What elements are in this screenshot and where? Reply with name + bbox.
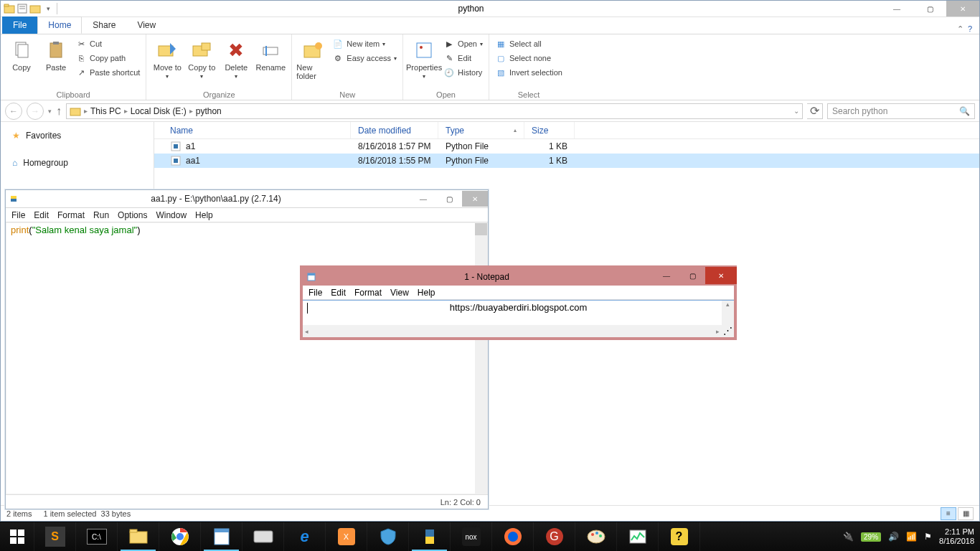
breadcrumb[interactable]: ▸ This PC ▸ Local Disk (E:) ▸ python ⌄ (66, 103, 803, 119)
tab-share[interactable]: Share (82, 17, 126, 34)
menu-options[interactable]: Options (118, 210, 147, 220)
menu-run[interactable]: Run (93, 210, 109, 220)
easy-access-button[interactable]: ⚙Easy access▾ (331, 52, 398, 65)
chevron-down-icon[interactable]: ⌄ (793, 107, 799, 115)
taskbar-app-xampp[interactable]: X (326, 522, 367, 551)
column-type[interactable]: Type▴ (438, 122, 524, 138)
start-button[interactable] (0, 522, 34, 551)
column-size[interactable]: Size (524, 122, 575, 138)
copy-to-button[interactable]: Copy to▾ (185, 36, 218, 80)
minimize-button[interactable]: — (654, 267, 679, 284)
menu-format[interactable]: Format (354, 288, 382, 298)
taskbar-app-sublime[interactable]: S (34, 522, 76, 551)
folder-icon[interactable] (29, 3, 41, 14)
refresh-button[interactable]: ⟳ (807, 103, 823, 119)
chevron-right-icon[interactable]: ▸ (84, 107, 88, 115)
network-icon[interactable]: 📶 (906, 532, 917, 542)
code-editor[interactable]: print("Salam kenal saya jamal") (6, 222, 488, 494)
clock[interactable]: 2:11 PM 8/16/2018 (939, 527, 974, 546)
column-date[interactable]: Date modified (351, 122, 438, 138)
select-all-button[interactable]: ▦Select all (494, 37, 564, 50)
breadcrumb-segment[interactable]: Local Disk (E:) (131, 106, 187, 116)
volume-icon[interactable]: 🔊 (888, 532, 899, 542)
back-button[interactable]: ← (5, 103, 22, 120)
maximize-button[interactable]: ▢ (436, 191, 462, 207)
select-none-button[interactable]: ▢Select none (494, 52, 564, 65)
history-button[interactable]: 🕘History (442, 66, 484, 79)
scrollbar-vertical[interactable] (475, 223, 487, 494)
tab-home[interactable]: Home (37, 17, 82, 34)
close-button[interactable]: ✕ (946, 1, 979, 17)
maximize-button[interactable]: ▢ (679, 267, 705, 284)
column-name[interactable]: Name (163, 122, 351, 138)
close-button[interactable]: ✕ (462, 191, 488, 207)
cut-button[interactable]: ✂Cut (74, 37, 141, 50)
breadcrumb-segment[interactable]: python (196, 106, 222, 116)
sidebar-item-favorites[interactable]: ★Favorites (1, 128, 154, 143)
taskbar-app-paint[interactable] (575, 522, 617, 551)
explorer-titlebar[interactable]: ▾ python — ▢ ✕ (1, 1, 979, 17)
file-row[interactable]: aa1 8/16/2018 1:55 PM Python File 1 KB (154, 154, 979, 168)
forward-button[interactable]: → (27, 103, 44, 120)
maximize-button[interactable]: ▢ (913, 1, 946, 17)
new-item-button[interactable]: 📄New item▾ (331, 37, 398, 50)
notepad-titlebar[interactable]: 1 - Notepad — ▢ ✕ (303, 268, 734, 286)
menu-view[interactable]: View (390, 288, 409, 298)
taskbar-app-ie[interactable]: e (284, 522, 326, 551)
menu-file[interactable]: File (308, 288, 322, 298)
taskbar-app-garena[interactable]: G (534, 522, 575, 551)
taskbar-app-keyboard[interactable] (242, 522, 284, 551)
menu-help[interactable]: Help (418, 288, 435, 298)
close-button[interactable]: ✕ (705, 267, 737, 284)
menu-edit[interactable]: Edit (34, 210, 49, 220)
details-view-button[interactable]: ≡ (941, 507, 956, 520)
minimize-button[interactable]: — (410, 191, 436, 207)
menu-format[interactable]: Format (57, 210, 85, 220)
delete-button[interactable]: ✖Delete▾ (220, 36, 253, 80)
rename-button[interactable]: Rename (254, 36, 287, 72)
taskbar-app-python[interactable] (409, 522, 451, 551)
properties-icon[interactable] (17, 3, 28, 14)
tab-view[interactable]: View (126, 17, 166, 34)
move-to-button[interactable]: Move to▾ (151, 36, 184, 80)
search-input[interactable]: Search python 🔍 (827, 103, 975, 119)
taskbar-app-nox[interactable]: nox (451, 522, 492, 551)
help-icon[interactable]: ? (968, 24, 972, 34)
menu-window[interactable]: Window (156, 210, 187, 220)
power-icon[interactable]: 🔌 (843, 532, 854, 542)
properties-button[interactable]: Properties▾ (407, 36, 440, 80)
taskbar-app-firefox[interactable] (492, 522, 534, 551)
paste-shortcut-button[interactable]: ↗Paste shortcut (74, 66, 141, 79)
taskbar-app-cmd[interactable]: C:\ (76, 522, 118, 551)
up-button[interactable]: ↑ (56, 105, 62, 118)
scrollbar-thumb[interactable] (475, 223, 487, 235)
menu-edit[interactable]: Edit (331, 288, 346, 298)
dropdown-icon[interactable]: ▾ (42, 3, 54, 14)
taskbar-app-taskmanager[interactable] (617, 522, 659, 551)
idle-titlebar[interactable]: aa1.py - E:\python\aa1.py (2.7.14) — ▢ ✕ (6, 190, 488, 208)
breadcrumb-segment[interactable]: This PC (90, 106, 121, 116)
chevron-right-icon[interactable]: ▸ (189, 107, 193, 115)
copy-path-button[interactable]: ⎘Copy path (74, 52, 141, 65)
sidebar-item-homegroup[interactable]: ⌂Homegroup (1, 155, 154, 171)
invert-selection-button[interactable]: ▧Invert selection (494, 66, 564, 79)
resize-grip[interactable]: ⋰ (722, 325, 734, 337)
menu-file[interactable]: File (11, 210, 25, 220)
ribbon-collapse-icon[interactable]: ⌃ (957, 24, 963, 34)
tab-file[interactable]: File (2, 17, 37, 34)
icons-view-button[interactable]: ▦ (958, 507, 974, 520)
scrollbar-horizontal[interactable]: ◂▸ (303, 325, 722, 337)
taskbar-app-notepad[interactable] (201, 522, 242, 551)
recent-dropdown-icon[interactable]: ▾ (48, 108, 52, 115)
copy-button[interactable]: Copy (5, 36, 38, 72)
edit-button[interactable]: ✎Edit (442, 52, 484, 65)
scrollbar-vertical[interactable]: ▴ (722, 301, 734, 325)
file-row[interactable]: a1 8/16/2018 1:57 PM Python File 1 KB (154, 139, 979, 154)
paste-button[interactable]: Paste (39, 36, 72, 72)
open-button[interactable]: ▶Open▾ (442, 37, 484, 50)
taskbar-app-defender[interactable] (367, 522, 409, 551)
chevron-right-icon[interactable]: ▸ (124, 107, 128, 115)
battery-indicator[interactable]: 29% (861, 532, 881, 542)
minimize-button[interactable]: — (880, 1, 913, 17)
taskbar-app-explorer[interactable] (118, 522, 159, 551)
